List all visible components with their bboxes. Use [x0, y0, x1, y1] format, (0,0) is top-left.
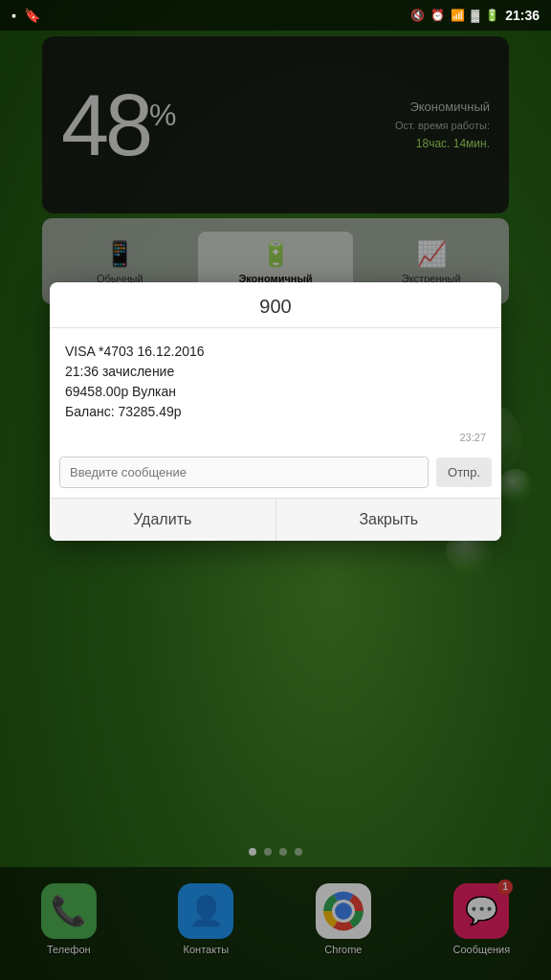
status-bar: ▪ 🔖 🔇 ⏰ 📶 ▓ 🔋 21:36 [0, 0, 551, 31]
status-left-icons: ▪ 🔖 [11, 8, 40, 23]
dialog-body: VISA *4703 16.12.2016 21:36 зачисление 6… [50, 328, 501, 428]
send-button[interactable]: Отпр. [436, 457, 492, 487]
dialog-input-row: Отпр. [50, 451, 501, 498]
close-button[interactable]: Закрыть [276, 499, 502, 541]
reply-input[interactable] [59, 457, 429, 488]
wifi-icon: 📶 [451, 9, 465, 22]
signal-icon: ▓ [471, 9, 479, 22]
alarm-icon: ⏰ [430, 9, 445, 22]
message-status-icon: ▪ [11, 8, 16, 23]
delete-button[interactable]: Удалить [50, 499, 276, 541]
status-right-icons: 🔇 ⏰ 📶 ▓ 🔋 21:36 [410, 8, 540, 23]
sms-dialog: 900 VISA *4703 16.12.2016 21:36 зачислен… [50, 282, 501, 541]
dialog-title: 900 [50, 282, 501, 328]
dialog-actions: Удалить Закрыть [50, 498, 501, 541]
mute-icon: 🔇 [410, 9, 425, 22]
bookmark-status-icon: 🔖 [24, 8, 40, 23]
battery-icon: 🔋 [485, 9, 499, 22]
status-time: 21:36 [505, 8, 540, 23]
dialog-message: VISA *4703 16.12.2016 21:36 зачисление 6… [65, 342, 486, 422]
dialog-timestamp: 23:27 [50, 428, 501, 451]
